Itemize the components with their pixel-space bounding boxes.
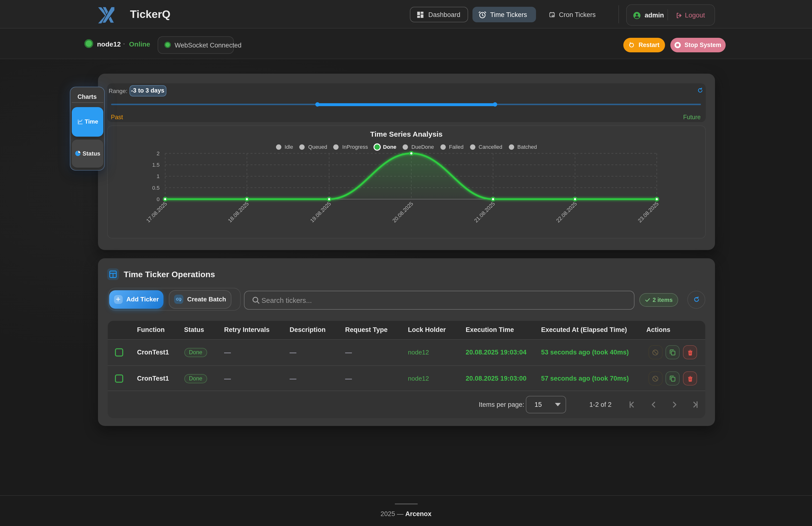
svg-text:18.08.2025: 18.08.2025 (227, 200, 250, 224)
svg-text:0: 0 (157, 196, 159, 202)
svg-text:19.08.2025: 19.08.2025 (309, 200, 332, 224)
svg-text:21.08.2025: 21.08.2025 (473, 200, 496, 224)
svg-text:0.5: 0.5 (152, 185, 159, 191)
svg-text:17.08.2025: 17.08.2025 (145, 200, 168, 224)
svg-text:1: 1 (157, 173, 159, 179)
svg-text:22.08.2025: 22.08.2025 (555, 200, 578, 224)
svg-text:20.08.2025: 20.08.2025 (391, 200, 414, 224)
svg-text:23.08.2025: 23.08.2025 (636, 200, 660, 224)
svg-text:1.5: 1.5 (152, 162, 159, 168)
svg-text:2: 2 (157, 150, 159, 156)
